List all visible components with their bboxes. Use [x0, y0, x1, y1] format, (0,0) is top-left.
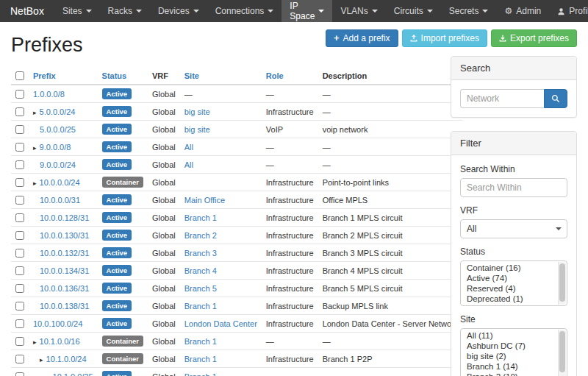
role-cell: Infrastructure	[262, 315, 318, 333]
site-link[interactable]: Branch 1	[184, 372, 217, 376]
site-link[interactable]: Branch 4	[184, 266, 217, 275]
select-option[interactable]: Branch 1 (14)	[461, 361, 557, 372]
row-checkbox-cell	[11, 262, 29, 280]
site-link[interactable]: London Data Center	[184, 319, 257, 328]
status-badge: Active	[102, 194, 132, 205]
nav-item-vlans[interactable]: VLANs	[332, 0, 385, 22]
brand-logo[interactable]: NetBox	[0, 0, 54, 22]
prefix-link[interactable]: 10.0.0.134/31	[40, 266, 89, 275]
nav-item-racks[interactable]: Racks	[100, 0, 150, 22]
prefix-link[interactable]: 10.0.0.136/31	[40, 284, 89, 293]
prefix-link[interactable]: 10.1.0.0/16	[40, 337, 80, 346]
select-all-checkbox[interactable]	[15, 71, 24, 80]
select-option[interactable]: Branch 2 (10)	[461, 372, 557, 376]
nav-item-secrets[interactable]: Secrets	[441, 0, 497, 22]
select-option[interactable]: Active (74)	[461, 273, 557, 283]
prefix-link[interactable]: 1.0.0.0/8	[33, 90, 65, 99]
export-prefixes-button[interactable]: Export prefixes	[491, 29, 577, 47]
site-listbox[interactable]: All (11)Ashburn DC (7)big site (2)Branch…	[460, 328, 567, 376]
prefix-link[interactable]: 10.0.0.128/31	[40, 213, 89, 222]
prefix-link[interactable]: 10.0.0.138/31	[40, 302, 89, 311]
site-link[interactable]: big site	[184, 107, 210, 116]
prefix-link[interactable]: 10.0.0.0/31	[40, 196, 80, 205]
row-checkbox[interactable]	[15, 160, 24, 169]
admin-link[interactable]: ⚙ Admin	[496, 0, 549, 22]
role-cell: Infrastructure	[262, 227, 318, 244]
site-link[interactable]: Main Office	[184, 196, 225, 205]
prefix-link[interactable]: 10.1.0.0/24	[46, 355, 87, 363]
row-checkbox[interactable]	[15, 319, 24, 328]
search-within-input[interactable]	[460, 178, 567, 197]
row-checkbox[interactable]	[15, 107, 24, 116]
site-link[interactable]: Branch 1	[184, 302, 217, 311]
select-option[interactable]: All (11)	[461, 330, 557, 341]
sort-role-link[interactable]: Role	[266, 71, 284, 80]
table-row: ▸10.1.0.0/25ActiveGlobalBranch 1——	[11, 368, 462, 376]
sort-site-link[interactable]: Site	[184, 71, 199, 80]
prefix-link[interactable]: 10.0.0.0/24	[40, 178, 80, 187]
site-cell: Branch 5	[180, 280, 262, 297]
nav-item-connections[interactable]: Connections	[207, 0, 282, 22]
site-link[interactable]: All	[184, 160, 193, 169]
nav-item-devices[interactable]: Devices	[150, 0, 207, 22]
row-checkbox[interactable]	[15, 337, 24, 346]
row-checkbox[interactable]	[15, 125, 24, 134]
site-scrollbar[interactable]	[558, 330, 566, 376]
site-link[interactable]: Branch 1	[184, 355, 217, 363]
site-link[interactable]: Branch 1	[184, 337, 217, 346]
select-option[interactable]: Container (16)	[461, 263, 557, 273]
row-checkbox[interactable]	[15, 143, 24, 152]
vrf-select[interactable]: All	[460, 219, 567, 238]
row-checkbox[interactable]	[15, 196, 24, 205]
site-link[interactable]: All	[184, 143, 193, 152]
status-listbox[interactable]: Container (16)Active (74)Reserved (4)Dep…	[460, 260, 567, 306]
site-link[interactable]: Branch 1	[184, 213, 217, 222]
status-cell: Active	[98, 85, 148, 103]
select-option[interactable]: big site (2)	[461, 351, 557, 361]
row-checkbox-cell	[11, 121, 29, 138]
row-checkbox[interactable]	[15, 302, 24, 311]
prefix-link[interactable]: 5.0.0.0/25	[40, 125, 76, 134]
row-checkbox[interactable]	[15, 372, 24, 376]
profile-link[interactable]: Profile	[549, 0, 588, 22]
nav-item-ip-space[interactable]: IP Space	[282, 0, 332, 22]
prefix-link[interactable]: 5.0.0.0/24	[40, 107, 76, 116]
status-scrollbar[interactable]	[558, 262, 566, 305]
import-prefixes-button[interactable]: Import prefixes	[402, 29, 487, 47]
site-link[interactable]: big site	[184, 125, 210, 134]
prefix-link[interactable]: 9.0.0.0/24	[40, 160, 76, 169]
prefix-link[interactable]: 10.1.0.0/25	[53, 372, 93, 376]
add-prefix-button[interactable]: + Add a prefix	[326, 29, 398, 47]
row-checkbox[interactable]	[15, 266, 24, 275]
site-link[interactable]: Branch 5	[184, 284, 217, 293]
search-button[interactable]	[544, 89, 567, 108]
row-checkbox[interactable]	[15, 284, 24, 293]
role-cell: VoIP	[262, 121, 318, 138]
nav-item-circuits[interactable]: Circuits	[386, 0, 441, 22]
site-link[interactable]: Branch 3	[184, 249, 217, 258]
select-option[interactable]: Reserved (4)	[461, 283, 557, 294]
row-checkbox[interactable]	[15, 355, 24, 363]
select-option[interactable]: Ashburn DC (7)	[461, 341, 557, 351]
nav-item-label: IP Space	[290, 1, 315, 21]
sort-prefix-link[interactable]: Prefix	[33, 71, 56, 80]
status-badge: Active	[102, 141, 132, 152]
user-icon	[557, 7, 565, 15]
search-input[interactable]	[460, 89, 544, 108]
chevron-down-icon	[136, 10, 142, 15]
row-checkbox[interactable]	[15, 90, 24, 99]
table-row: ▸5.0.0.0/24ActiveGlobalbig siteInfrastru…	[11, 103, 462, 121]
prefix-link[interactable]: 10.0.100.0/24	[33, 319, 82, 328]
sort-status-link[interactable]: Status	[102, 71, 127, 80]
nav-item-sites[interactable]: Sites	[54, 0, 100, 22]
row-checkbox[interactable]	[15, 249, 24, 258]
row-checkbox[interactable]	[15, 231, 24, 240]
prefix-link[interactable]: 10.0.0.130/31	[40, 231, 89, 240]
row-checkbox[interactable]	[15, 213, 24, 222]
prefix-link[interactable]: 9.0.0.0/8	[40, 143, 71, 152]
row-checkbox[interactable]	[15, 178, 24, 187]
prefix-link[interactable]: 10.0.0.132/31	[40, 249, 89, 258]
role-cell: Infrastructure	[262, 297, 318, 315]
select-option[interactable]: Deprecated (1)	[461, 294, 557, 304]
site-link[interactable]: Branch 2	[184, 231, 217, 240]
